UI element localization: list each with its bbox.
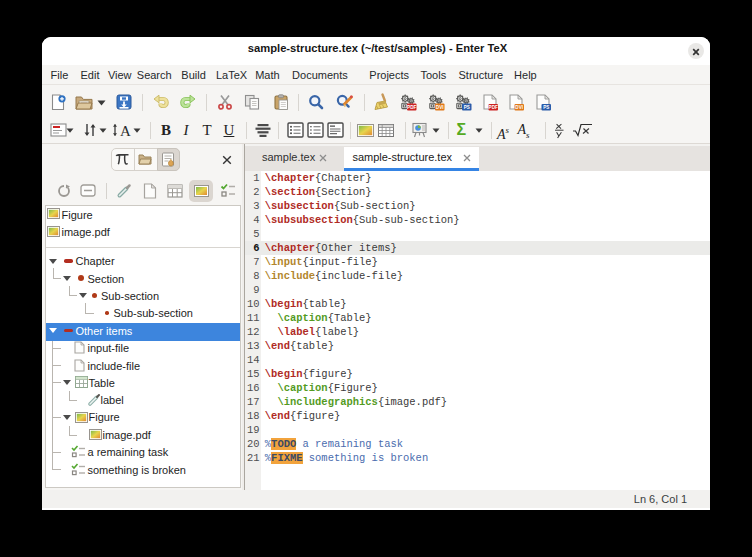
svg-text:PDF: PDF bbox=[488, 105, 497, 110]
svg-text:DVI: DVI bbox=[435, 105, 443, 110]
svg-text:PDF: PDF bbox=[407, 105, 416, 110]
svg-text:DVI: DVI bbox=[515, 105, 523, 110]
svg-text:PS: PS bbox=[543, 105, 549, 110]
svg-text:PS: PS bbox=[463, 105, 469, 110]
svg-text:A: A bbox=[120, 123, 131, 139]
